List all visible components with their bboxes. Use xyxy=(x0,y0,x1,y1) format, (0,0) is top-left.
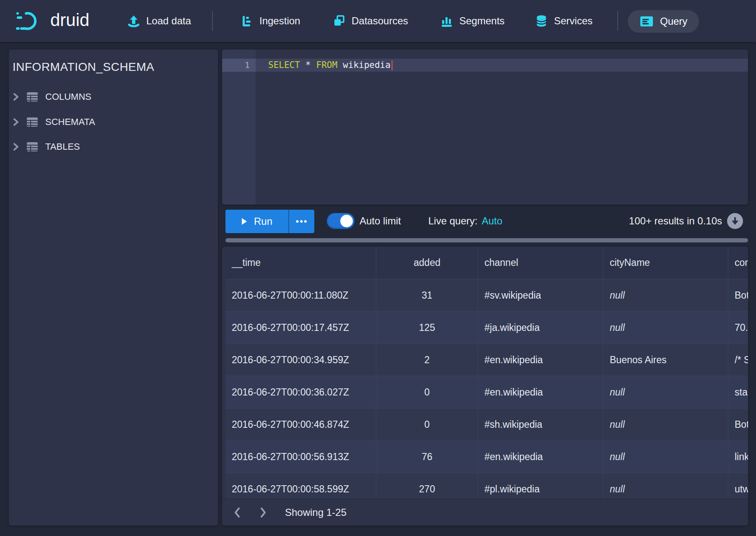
nav-item-ingestion[interactable]: Ingestion xyxy=(241,0,300,42)
nav-item-label: Load data xyxy=(146,15,191,27)
cell-cityname[interactable]: null xyxy=(603,279,728,312)
cell-cityname[interactable]: null xyxy=(603,409,728,441)
run-button-group: Run ••• xyxy=(225,210,314,233)
results-summary: 100+ results in 0.10s xyxy=(629,207,722,235)
column-header-channel[interactable]: channel xyxy=(478,247,603,279)
cell-time[interactable]: 2016-06-27T00:00:58.599Z xyxy=(225,473,376,499)
cell-added[interactable]: 270 xyxy=(376,473,478,499)
table-icon xyxy=(26,117,38,127)
cell-channel[interactable]: #sh.wikipedia xyxy=(478,409,603,441)
segments-icon xyxy=(440,15,453,27)
cell-channel[interactable]: #ja.wikipedia xyxy=(478,312,603,344)
nav-item-segments[interactable]: Segments xyxy=(440,0,505,42)
cell-added[interactable]: 0 xyxy=(376,376,478,409)
cell-added[interactable]: 31 xyxy=(376,279,478,312)
cell-channel[interactable]: #en.wikipedia xyxy=(478,376,603,409)
cell-added[interactable]: 76 xyxy=(376,441,478,473)
table-row: 2016-06-27T00:00:58.599Z 270 #pl.wikiped… xyxy=(225,473,748,499)
cell-time[interactable]: 2016-06-27T00:00:11.080Z xyxy=(225,279,376,312)
cell-comment[interactable]: Bot xyxy=(728,409,748,441)
cell-cityname[interactable]: null xyxy=(603,376,728,409)
table-row: 2016-06-27T00:00:11.080Z 31 #sv.wikipedi… xyxy=(225,279,748,312)
sidebar-item-schemata[interactable]: SCHEMATA xyxy=(13,112,197,132)
sidebar-item-tables[interactable]: TABLES xyxy=(13,137,197,156)
cell-added[interactable]: 0 xyxy=(376,409,478,441)
cell-time[interactable]: 2016-06-27T00:00:56.913Z xyxy=(225,441,376,473)
sql-keyword: FROM xyxy=(316,59,338,72)
nav-item-label: Query xyxy=(660,16,687,27)
table-row: 2016-06-27T00:00:56.913Z 76 #en.wikipedi… xyxy=(225,441,748,473)
cell-cityname[interactable]: null xyxy=(603,473,728,499)
download-icon xyxy=(731,216,739,226)
cell-time[interactable]: 2016-06-27T00:00:34.959Z xyxy=(225,344,376,376)
sidebar-item-label: COLUMNS xyxy=(45,91,91,102)
column-header-added[interactable]: added xyxy=(376,247,478,279)
cell-channel[interactable]: #en.wikipedia xyxy=(478,344,603,376)
column-header-time[interactable]: __time xyxy=(225,247,376,279)
cell-comment[interactable]: /* S xyxy=(728,344,748,376)
table-row: 2016-06-27T00:00:34.959Z 2 #en.wikipedia… xyxy=(225,344,748,376)
cell-comment[interactable]: sta xyxy=(728,376,748,409)
cell-cityname[interactable]: null xyxy=(603,441,728,473)
live-query-auto-link[interactable]: Auto xyxy=(482,215,502,227)
pagination-footer: Showing 1-25 xyxy=(222,499,748,526)
cell-comment[interactable]: 70. xyxy=(728,312,748,344)
nav-item-label: Segments xyxy=(459,15,505,27)
nav-item-load-data[interactable]: Load data xyxy=(127,0,191,42)
table-icon xyxy=(26,142,38,152)
cell-added[interactable]: 125 xyxy=(376,312,478,344)
ingestion-icon xyxy=(241,15,253,27)
nav-item-datasources[interactable]: Datasources xyxy=(333,0,408,42)
nav-item-query[interactable]: Query xyxy=(628,10,699,33)
auto-limit-toggle[interactable] xyxy=(327,213,355,229)
line-number: 1 xyxy=(222,59,250,72)
services-icon xyxy=(535,15,548,27)
previous-page-button[interactable] xyxy=(230,505,245,520)
download-button[interactable] xyxy=(727,213,743,229)
column-header-comment[interactable]: comment xyxy=(728,247,748,279)
cell-comment[interactable]: link xyxy=(728,441,748,473)
cell-time[interactable]: 2016-06-27T00:00:46.874Z xyxy=(225,409,376,441)
druid-logo-icon xyxy=(16,11,44,31)
sql-keyword: SELECT xyxy=(268,59,300,72)
cell-time[interactable]: 2016-06-27T00:00:36.027Z xyxy=(225,376,376,409)
chevron-right-icon xyxy=(13,142,19,152)
top-navbar: druid Load data Ingestion xyxy=(0,0,756,42)
text-cursor xyxy=(391,60,393,70)
run-button[interactable]: Run xyxy=(225,210,288,233)
table-row: 2016-06-27T00:00:36.027Z 0 #en.wikipedia… xyxy=(225,376,748,409)
run-button-label: Run xyxy=(254,216,272,227)
sql-editor[interactable]: 1 SELECT*FROMwikipedia xyxy=(222,49,748,205)
cell-added[interactable]: 2 xyxy=(376,344,478,376)
cell-time[interactable]: 2016-06-27T00:00:17.457Z xyxy=(225,312,376,344)
cell-comment[interactable]: Bot xyxy=(728,279,748,312)
next-page-button[interactable] xyxy=(256,505,271,520)
run-more-options-button[interactable]: ••• xyxy=(288,210,314,233)
play-icon xyxy=(241,218,247,225)
cell-channel[interactable]: #pl.wikipedia xyxy=(478,473,603,499)
sql-star: * xyxy=(306,59,311,72)
navbar-divider xyxy=(212,11,213,31)
sidebar-item-columns[interactable]: COLUMNS xyxy=(13,87,197,107)
nav-item-label: Services xyxy=(554,15,593,27)
nav-item-services[interactable]: Services xyxy=(535,0,593,42)
table-row: 2016-06-27T00:00:17.457Z 125 #ja.wikiped… xyxy=(225,312,748,344)
table-icon xyxy=(26,92,38,102)
cell-cityname[interactable]: null xyxy=(603,312,728,344)
schema-title: INFORMATION_SCHEMA xyxy=(13,60,154,74)
cell-channel[interactable]: #en.wikipedia xyxy=(478,441,603,473)
nav-item-label: Datasources xyxy=(352,15,408,27)
auto-limit-label: Auto limit xyxy=(360,207,401,235)
cell-channel[interactable]: #sv.wikipedia xyxy=(478,279,603,312)
horizontal-scrollbar-thumb[interactable] xyxy=(225,238,748,242)
chevron-left-icon xyxy=(233,507,241,518)
chevron-right-icon xyxy=(13,117,19,127)
column-header-cityname[interactable]: cityName xyxy=(603,247,728,279)
sidebar-item-label: SCHEMATA xyxy=(45,117,95,127)
toggle-knob xyxy=(340,215,353,227)
sql-text: SELECT*FROMwikipedia xyxy=(268,59,393,72)
cell-comment[interactable]: utw xyxy=(728,473,748,499)
nav-item-label: Ingestion xyxy=(259,15,300,27)
navbar-divider xyxy=(617,11,618,31)
cell-cityname[interactable]: Buenos Aires xyxy=(603,344,728,376)
